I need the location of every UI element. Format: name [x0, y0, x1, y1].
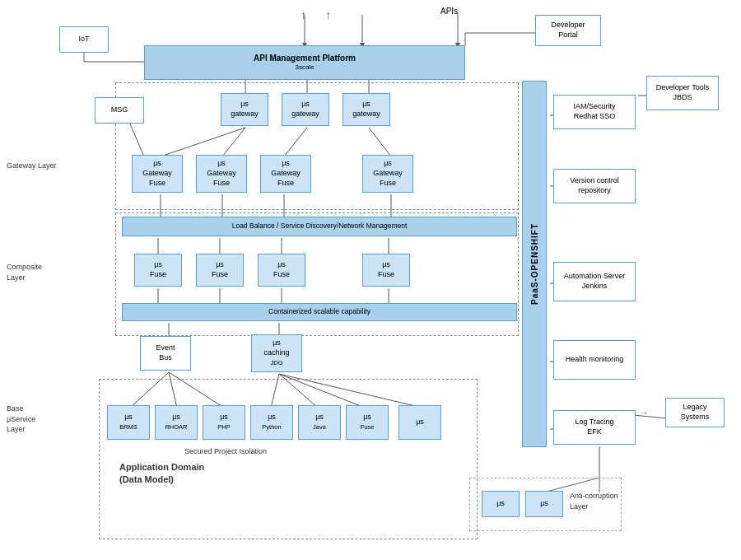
app-domain-label: Application Domain(Data Model)	[119, 461, 204, 487]
us-gateway3-box: μsgateway	[343, 93, 390, 126]
us-fuse2-box: μsFuse	[196, 254, 244, 287]
us-gwfuse3-box: μsGatewayFuse	[260, 155, 311, 193]
us-gwfuse4-box: μsGatewayFuse	[362, 155, 413, 193]
us-fuse1-box: μsFuse	[134, 254, 182, 287]
us-gwfuse1-box: μsGatewayFuse	[132, 155, 183, 193]
developer-tools-box: Developer ToolsJBDS	[646, 76, 719, 110]
us-base4-box: μsPython	[250, 405, 293, 440]
legacy-arrow-label: →	[641, 408, 648, 417]
us-base6-box: μsFuse	[346, 405, 389, 440]
iam-security-box: IAM/SecurityRedhat SSO	[553, 95, 636, 129]
us-fuse3-box: μsFuse	[258, 254, 305, 287]
diagram-container: Gateway Layer CompositeLayer BaseμServic…	[0, 0, 741, 560]
gateway-layer-label: Gateway Layer	[7, 161, 57, 171]
apis-label: APIs	[440, 7, 458, 16]
api-mgmt-box: API Management Platform 3scale	[144, 45, 465, 80]
us-base5-box: μsJava	[298, 405, 341, 440]
us-base3-box: μsPHP	[203, 405, 245, 440]
log-tracing-box: Log TracingEFK	[553, 410, 636, 445]
us-fuse4-box: μsFuse	[362, 254, 410, 287]
us-base2-box: μsRHOAR	[155, 405, 198, 440]
api-arrows: ↑ ↑	[301, 8, 331, 21]
composite-layer-label: CompositeLayer	[7, 262, 42, 282]
us-gateway2-box: μsgateway	[282, 93, 329, 126]
us-gwfuse2-box: μsGatewayFuse	[196, 155, 247, 193]
us-base7-box: μs	[398, 405, 441, 440]
containerized-box: Containerized scalable capability	[122, 303, 517, 321]
us-caching-box: μscachingJDG	[251, 334, 302, 372]
load-balance-box: Load Balance / Service Discovery/Network…	[122, 217, 517, 236]
us-anti2-box: μs	[525, 491, 563, 517]
iot-box: IoT	[59, 26, 109, 53]
us-gateway1-box: μsgateway	[221, 93, 268, 126]
developer-portal-box: DeveloperPortal	[535, 15, 601, 46]
health-monitoring-box: Health monitoring	[553, 340, 636, 380]
base-layer-label: BaseμServiceLayer	[7, 404, 35, 435]
paas-openshift-box: PaaS-OPENSHIFT	[522, 81, 547, 447]
automation-server-box: Automation ServerJenkins	[553, 262, 636, 301]
version-control-box: Version controlrepository	[553, 169, 636, 203]
us-base1-box: μsBRMS	[107, 405, 150, 440]
base-layer-boundary	[99, 379, 478, 539]
anti-corruption-label: Anti-corruptionLayer	[570, 491, 618, 511]
legacy-systems-box: LegacySystems	[665, 398, 725, 427]
event-bus-box: EventBus	[140, 336, 191, 371]
msg-box: MSG	[95, 97, 144, 124]
us-anti1-box: μs	[482, 491, 520, 517]
secured-project-label: Secured Project Isolation	[184, 447, 267, 455]
